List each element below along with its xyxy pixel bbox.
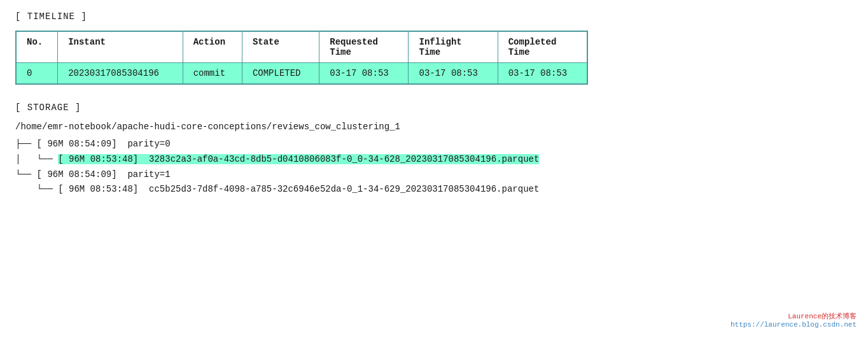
table-cell: 03-17 08:53 (319, 63, 409, 85)
table-cell: 03-17 08:53 (409, 63, 498, 85)
table-cell: COMPLETED (242, 63, 319, 85)
table-cell: commit (183, 63, 242, 85)
col-completed-time: CompletedTime (498, 31, 587, 63)
col-no: No. (16, 31, 58, 63)
storage-header: [ STORAGE ] (15, 103, 853, 113)
tree-line: ├── [ 96M 08:54:09] parity=0 (15, 137, 853, 152)
storage-base-path: /home/emr-notebook/apache-hudi-core-conc… (15, 122, 853, 132)
col-action: Action (183, 31, 242, 63)
storage-tree: ├── [ 96M 08:54:09] parity=0│ └── [ 96M … (15, 137, 853, 197)
tree-line: └── [ 96M 08:53:48] cc5b25d3-7d8f-4098-a… (15, 182, 853, 197)
table-header-row: No. Instant Action State RequestedTime I… (16, 31, 587, 63)
table-cell: 0 (16, 63, 58, 85)
storage-section: [ STORAGE ] /home/emr-notebook/apache-hu… (15, 103, 853, 197)
timeline-header: [ TIMELINE ] (15, 11, 853, 22)
col-instant: Instant (58, 31, 183, 63)
timeline-table: No. Instant Action State RequestedTime I… (15, 31, 588, 85)
table-cell: 20230317085304196 (58, 63, 183, 85)
tree-line: └── [ 96M 08:54:09] parity=1 (15, 167, 853, 183)
timeline-section: [ TIMELINE ] No. Instant Action State Re… (15, 11, 853, 85)
col-state: State (242, 31, 319, 63)
highlighted-file: [ 96M 08:53:48] 3283c2a3-af0a-43cd-8db5-… (58, 154, 539, 164)
table-cell: 03-17 08:53 (498, 63, 587, 85)
col-requested-time: RequestedTime (319, 31, 409, 63)
col-inflight-time: InflightTime (409, 31, 498, 63)
tree-line: │ └── [ 96M 08:53:48] 3283c2a3-af0a-43cd… (15, 152, 853, 167)
table-row: 020230317085304196commitCOMPLETED03-17 0… (16, 63, 587, 85)
